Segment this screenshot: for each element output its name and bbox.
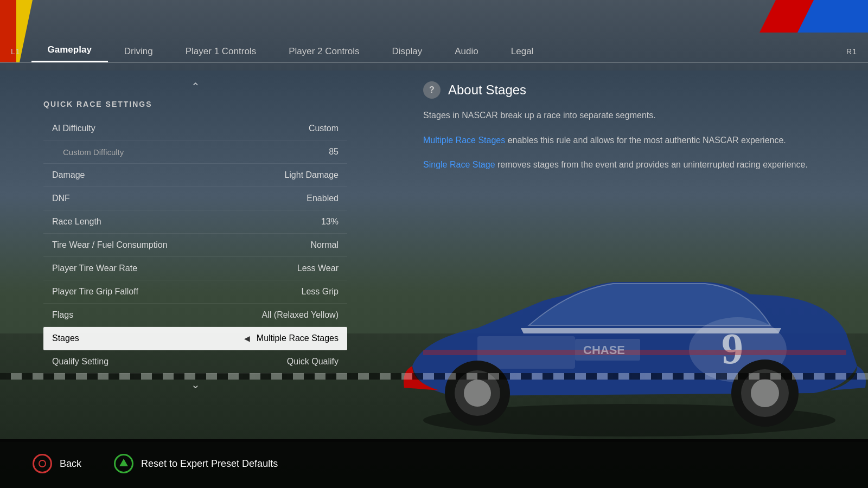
setting-row-dnf[interactable]: DNF Enabled [43, 187, 347, 210]
setting-row-ai-difficulty[interactable]: AI Difficulty Custom [43, 117, 347, 140]
stages-arrow-left[interactable]: ◀ [244, 334, 250, 343]
tab-display[interactable]: Display [376, 41, 439, 62]
triangle-shape [119, 459, 128, 466]
triangle-button-icon [114, 454, 133, 473]
bottom-bar: Back Reset to Expert Preset Defaults [0, 439, 868, 488]
setting-value-player-tire-wear: Less Wear [297, 264, 339, 273]
tab-navigation: L1 Gameplay Driving Player 1 Controls Pl… [0, 33, 868, 62]
info-paragraph-1: Multiple Race Stages enables this rule a… [423, 133, 835, 147]
setting-row-damage[interactable]: Damage Light Damage [43, 164, 347, 187]
info-panel: ? About Stages Stages in NASCAR break up… [391, 70, 868, 434]
info-title: About Stages [448, 82, 526, 98]
top-right-deco [749, 0, 868, 33]
info-link-single-race-stage[interactable]: Single Race Stage [423, 160, 495, 169]
reset-action[interactable]: Reset to Expert Preset Defaults [114, 454, 278, 473]
setting-name-stages: Stages [52, 333, 79, 343]
setting-row-player-tire-wear[interactable]: Player Tire Wear Rate Less Wear [43, 257, 347, 280]
setting-value-flags: All (Relaxed Yellow) [262, 310, 339, 320]
setting-name-flags: Flags [52, 310, 73, 320]
setting-value-qualify: Quick Qualify [287, 357, 339, 367]
setting-value-tire-wear-fuel: Normal [310, 240, 339, 250]
settings-list: AI Difficulty Custom Custom Difficulty 8… [43, 117, 347, 374]
info-link1-desc: enables this rule and allows for the mos… [505, 136, 786, 145]
tab-audio[interactable]: Audio [438, 41, 494, 62]
setting-name-damage: Damage [52, 170, 85, 180]
setting-value-race-length: 13% [321, 217, 339, 227]
circle-button-icon [33, 454, 52, 473]
tab-driving[interactable]: Driving [108, 41, 169, 62]
info-header: ? About Stages [423, 81, 835, 99]
section-title: QUICK RACE SETTINGS [43, 100, 347, 108]
main-content: ⌃ QUICK RACE SETTINGS AI Difficulty Cust… [0, 70, 868, 434]
info-link2-desc: removes stages from the event and provid… [495, 160, 808, 169]
setting-name-qualify: Qualify Setting [52, 357, 108, 367]
tab-player2-controls[interactable]: Player 2 Controls [272, 41, 375, 62]
setting-row-stages[interactable]: Stages ◀ Multiple Race Stages [43, 327, 347, 350]
info-link-multiple-race-stages[interactable]: Multiple Race Stages [423, 136, 505, 145]
tab-l1-label[interactable]: L1 [0, 47, 31, 62]
reset-label: Reset to Expert Preset Defaults [141, 458, 278, 470]
setting-name-player-tire-grip: Player Tire Grip Falloff [52, 287, 138, 297]
tab-r1-label[interactable]: R1 [835, 47, 868, 62]
info-paragraph-2: Single Race Stage removes stages from th… [423, 158, 835, 172]
setting-name-ai-difficulty: AI Difficulty [52, 124, 95, 133]
setting-name-dnf: DNF [52, 194, 70, 203]
setting-row-custom-difficulty[interactable]: Custom Difficulty 85 [43, 140, 347, 164]
setting-name-tire-wear-fuel: Tire Wear / Fuel Consumption [52, 240, 168, 250]
setting-value-ai-difficulty: Custom [309, 124, 339, 133]
tab-player1-controls[interactable]: Player 1 Controls [169, 41, 272, 62]
setting-value-stages: Multiple Race Stages [257, 333, 339, 343]
setting-name-race-length: Race Length [52, 217, 101, 227]
tab-gameplay[interactable]: Gameplay [31, 39, 108, 62]
setting-value-custom-difficulty: 85 [329, 147, 339, 157]
setting-value-dnf: Enabled [307, 194, 339, 203]
info-question-icon: ? [423, 81, 441, 99]
setting-row-qualify[interactable]: Qualify Setting Quick Qualify [43, 350, 347, 374]
setting-row-race-length[interactable]: Race Length 13% [43, 210, 347, 234]
tab-legal[interactable]: Legal [495, 41, 550, 62]
setting-row-flags[interactable]: Flags All (Relaxed Yellow) [43, 304, 347, 327]
scroll-down-arrow[interactable]: ⌄ [43, 374, 347, 395]
setting-row-player-tire-grip[interactable]: Player Tire Grip Falloff Less Grip [43, 280, 347, 304]
settings-panel: ⌃ QUICK RACE SETTINGS AI Difficulty Cust… [0, 70, 391, 434]
setting-value-damage: Light Damage [284, 170, 339, 180]
back-action[interactable]: Back [33, 454, 81, 473]
scroll-up-arrow[interactable]: ⌃ [43, 76, 347, 98]
setting-name-custom-difficulty: Custom Difficulty [52, 147, 124, 157]
setting-name-player-tire-wear: Player Tire Wear Rate [52, 264, 137, 273]
setting-value-player-tire-grip: Less Grip [302, 287, 339, 297]
setting-row-tire-wear-fuel[interactable]: Tire Wear / Fuel Consumption Normal [43, 234, 347, 257]
info-intro-text: Stages in NASCAR break up a race into se… [423, 108, 835, 123]
back-label: Back [60, 458, 81, 470]
stages-value-container: ◀ Multiple Race Stages [244, 333, 339, 343]
